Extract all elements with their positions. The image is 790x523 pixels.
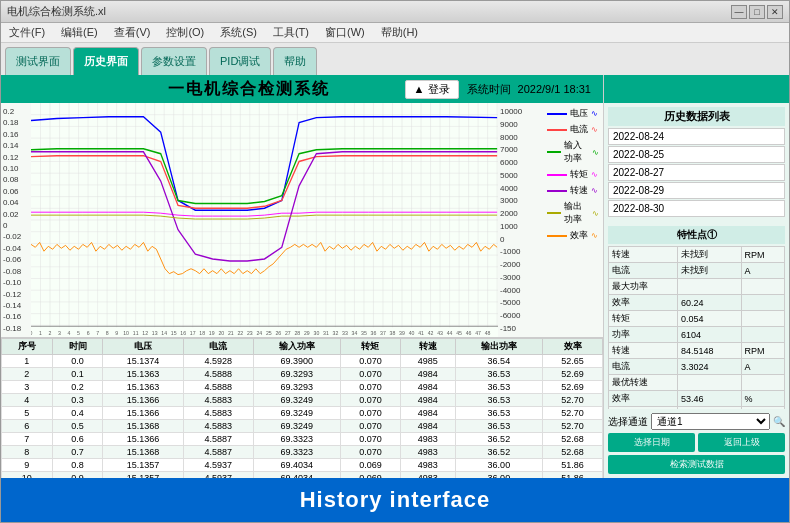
y-axis-right: 100009000800070006000 500040003000200010…	[498, 103, 543, 337]
table-cell: 4985	[400, 355, 455, 368]
channel-select[interactable]: 通道1	[651, 413, 770, 430]
tab-help[interactable]: 帮助	[273, 47, 317, 75]
table-cell: 69.3249	[253, 394, 340, 407]
select-date-button[interactable]: 选择日期	[608, 433, 695, 452]
table-cell: 69.3323	[253, 446, 340, 459]
svg-text:4: 4	[68, 330, 71, 336]
channel-label: 选择通道	[608, 415, 648, 429]
table-cell: 69.3249	[253, 420, 340, 433]
col-header-voltage: 电压	[103, 339, 183, 355]
svg-text:12: 12	[142, 330, 148, 336]
back-button[interactable]: 返回上级	[698, 433, 785, 452]
table-cell: 15.1366	[103, 433, 183, 446]
table-cell: 3	[2, 381, 53, 394]
tab-bar: 测试界面 历史界面 参数设置 PID调试 帮助	[1, 43, 789, 75]
header-bar: 一电机综合检测系统 ▲ 登录 系统时间 2022/9/1 18:31	[1, 75, 603, 103]
svg-text:36: 36	[371, 330, 377, 336]
main-content: 一电机综合检测系统 ▲ 登录 系统时间 2022/9/1 18:31 0.20.…	[1, 75, 789, 478]
svg-text:9: 9	[115, 330, 118, 336]
table-cell: 4.5887	[183, 446, 253, 459]
svg-text:44: 44	[447, 330, 453, 336]
svg-text:8: 8	[106, 330, 109, 336]
close-button[interactable]: ✕	[767, 5, 783, 19]
svg-text:42: 42	[428, 330, 434, 336]
svg-text:27: 27	[285, 330, 291, 336]
table-cell: 9	[2, 459, 53, 472]
maximize-button[interactable]: □	[749, 5, 765, 19]
svg-text:29: 29	[304, 330, 310, 336]
legend-input-power: 输入功率 ∿	[547, 139, 599, 165]
table-cell: 69.4034	[253, 459, 340, 472]
title-bar: 电机综合检测系统.xl — □ ✕	[1, 1, 789, 23]
menu-system[interactable]: 系统(S)	[216, 24, 261, 41]
menu-tools[interactable]: 工具(T)	[269, 24, 313, 41]
svg-text:39: 39	[399, 330, 405, 336]
menu-window[interactable]: 窗口(W)	[321, 24, 369, 41]
tab-history[interactable]: 历史界面	[73, 47, 139, 75]
menu-file[interactable]: 文件(F)	[5, 24, 49, 41]
table-row: 10.015.13744.592869.39000.070498536.5452…	[2, 355, 603, 368]
search-data-button[interactable]: 检索测试数据	[608, 455, 785, 474]
table-cell: 52.70	[543, 420, 603, 433]
svg-text:26: 26	[275, 330, 281, 336]
table-cell: 15.1368	[103, 446, 183, 459]
table-cell: 4983	[400, 459, 455, 472]
svg-text:32: 32	[333, 330, 339, 336]
col-header-input-power: 输入功率	[253, 339, 340, 355]
table-cell: 36.53	[455, 420, 542, 433]
properties-table: 转速未找到RPM电流未找到A最大功率效率60.24转矩0.054功率6104转速…	[608, 246, 785, 409]
table-cell: 0.5	[52, 420, 103, 433]
col-header-output-power: 输出功率	[455, 339, 542, 355]
table-row: 20.115.13634.588869.32930.070498436.5352…	[2, 368, 603, 381]
table-cell: 36.53	[455, 394, 542, 407]
table-cell: 0.3	[52, 394, 103, 407]
history-list-title: 历史数据列表	[608, 107, 785, 126]
history-date-0[interactable]: 2022-08-24	[608, 128, 785, 145]
history-date-2[interactable]: 2022-08-27	[608, 164, 785, 181]
table-row: 90.815.13574.593769.40340.069498336.0051…	[2, 459, 603, 472]
search-icon[interactable]: 🔍	[773, 416, 785, 427]
table-cell: 4.5888	[183, 381, 253, 394]
svg-text:38: 38	[390, 330, 396, 336]
history-date-1[interactable]: 2022-08-25	[608, 146, 785, 163]
table-cell: 0.069	[340, 459, 400, 472]
table-cell: 1	[2, 355, 53, 368]
tab-pid[interactable]: PID调试	[209, 47, 271, 75]
table-cell: 4984	[400, 420, 455, 433]
tab-test[interactable]: 测试界面	[5, 47, 71, 75]
svg-text:28: 28	[294, 330, 300, 336]
chart-area: 0.20.180.160.140.12 0.100.080.060.040.02…	[1, 103, 603, 338]
table-cell: 52.70	[543, 394, 603, 407]
svg-text:43: 43	[437, 330, 443, 336]
table-row: 50.415.13664.588369.32490.070498436.5352…	[2, 407, 603, 420]
tab-params[interactable]: 参数设置	[141, 47, 207, 75]
login-button[interactable]: ▲ 登录	[405, 80, 459, 99]
table-cell: 0.070	[340, 433, 400, 446]
svg-text:5: 5	[77, 330, 80, 336]
left-panel: 一电机综合检测系统 ▲ 登录 系统时间 2022/9/1 18:31 0.20.…	[1, 75, 604, 478]
svg-text:23: 23	[247, 330, 253, 336]
table-cell: 36.53	[455, 381, 542, 394]
data-table-area[interactable]: 序号 时间 电压 电流 输入功率 转矩 转速 输出功率 效率 10.015.13…	[1, 338, 603, 478]
menu-edit[interactable]: 编辑(E)	[57, 24, 102, 41]
window-title: 电机综合检测系统.xl	[7, 4, 106, 19]
history-date-3[interactable]: 2022-08-29	[608, 182, 785, 199]
table-cell: 15.1366	[103, 407, 183, 420]
table-cell: 36.53	[455, 407, 542, 420]
minimize-button[interactable]: —	[731, 5, 747, 19]
right-header	[604, 75, 789, 103]
svg-text:35: 35	[361, 330, 367, 336]
prop-row: 电流3.3024A	[609, 359, 785, 375]
table-cell: 51.86	[543, 459, 603, 472]
menu-control[interactable]: 控制(O)	[162, 24, 208, 41]
table-cell: 0.070	[340, 446, 400, 459]
menu-help[interactable]: 帮助(H)	[377, 24, 422, 41]
history-date-4[interactable]: 2022-08-30	[608, 200, 785, 217]
properties-title: 特性点①	[608, 226, 785, 244]
col-header-current: 电流	[183, 339, 253, 355]
menu-view[interactable]: 查看(V)	[110, 24, 155, 41]
table-cell: 15.1357	[103, 459, 183, 472]
table-cell: 6	[2, 420, 53, 433]
bottom-label-bar: History interface	[1, 478, 789, 522]
table-cell: 4.5883	[183, 394, 253, 407]
